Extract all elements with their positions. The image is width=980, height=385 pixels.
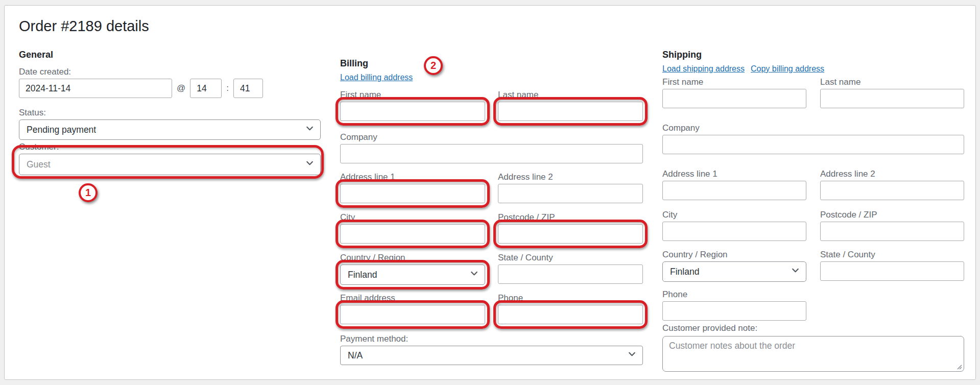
annotation-badge-1: 1 — [79, 183, 98, 202]
shipping-first-name-label: First name — [662, 77, 806, 87]
customer-select-value: Guest — [27, 159, 51, 170]
status-field: Status: Pending payment — [19, 108, 321, 140]
billing-first-name-label: First name — [340, 90, 485, 100]
status-select[interactable]: Pending payment — [19, 119, 321, 140]
date-created-field: Date created: @ : — [19, 67, 321, 98]
payment-method-label: Payment method: — [340, 334, 643, 344]
billing-phone-input[interactable] — [498, 305, 643, 324]
shipping-last-name-field: Last name — [820, 77, 964, 108]
shipping-state-label: State / County — [820, 250, 964, 260]
shipping-postcode-field: Postcode / ZIP — [820, 210, 964, 241]
shipping-address1-field: Address line 1 — [662, 169, 806, 200]
status-select-value: Pending payment — [27, 125, 96, 135]
shipping-address2-input[interactable] — [820, 181, 964, 200]
billing-links-row: Load billing address — [340, 73, 413, 82]
shipping-postcode-input[interactable] — [820, 222, 964, 241]
annotation-badge-1-number: 1 — [85, 187, 91, 199]
customer-note-field: Customer provided note: — [662, 323, 964, 372]
billing-last-name-input[interactable] — [498, 102, 643, 121]
order-details-panel: Order #2189 details General Date created… — [4, 5, 976, 380]
billing-postcode-label: Postcode / ZIP — [498, 212, 643, 223]
shipping-city-label: City — [662, 210, 806, 220]
shipping-address1-label: Address line 1 — [662, 169, 806, 179]
billing-phone-label: Phone — [498, 293, 643, 303]
copy-billing-address-link[interactable]: Copy billing address — [751, 64, 824, 74]
billing-email-input[interactable] — [340, 305, 485, 324]
shipping-company-field: Company — [662, 123, 964, 154]
shipping-country-label: Country / Region — [662, 250, 806, 260]
billing-address2-input[interactable] — [498, 184, 643, 203]
billing-country-field: Country / Region Finland — [340, 253, 485, 285]
chevron-down-icon — [791, 266, 800, 277]
date-created-label: Date created: — [19, 67, 321, 77]
billing-postcode-field: Postcode / ZIP — [498, 212, 643, 244]
shipping-city-field: City — [662, 210, 806, 241]
shipping-address1-input[interactable] — [662, 181, 806, 200]
shipping-country-select-value: Finland — [670, 267, 699, 277]
shipping-last-name-input[interactable] — [820, 89, 964, 108]
billing-address1-field: Address line 1 — [340, 172, 485, 203]
billing-email-label: Email address — [340, 293, 485, 303]
customer-label: Customer: — [19, 142, 321, 152]
billing-email-field: Email address — [340, 293, 485, 324]
billing-company-field: Company — [340, 132, 643, 163]
minute-input[interactable] — [233, 79, 263, 98]
load-shipping-address-link[interactable]: Load shipping address — [662, 64, 745, 74]
shipping-phone-input[interactable] — [662, 301, 806, 321]
billing-country-select-value: Finland — [348, 270, 377, 280]
shipping-section-heading: Shipping — [662, 50, 702, 60]
shipping-last-name-label: Last name — [820, 77, 964, 87]
shipping-phone-label: Phone — [662, 290, 806, 300]
load-billing-address-link[interactable]: Load billing address — [340, 73, 413, 82]
billing-last-name-label: Last name — [498, 90, 643, 100]
shipping-state-field: State / County — [820, 250, 964, 281]
shipping-city-input[interactable] — [662, 222, 806, 241]
shipping-first-name-input[interactable] — [662, 89, 806, 108]
payment-method-select-value: N/A — [348, 350, 363, 361]
shipping-phone-field: Phone — [662, 290, 806, 321]
time-colon-separator: : — [222, 83, 233, 93]
billing-first-name-input[interactable] — [340, 102, 485, 121]
shipping-company-label: Company — [662, 123, 964, 133]
status-label: Status: — [19, 108, 321, 118]
billing-city-input[interactable] — [340, 224, 485, 244]
page-title: Order #2189 details — [19, 17, 149, 35]
chevron-down-icon — [305, 124, 314, 135]
date-created-row: @ : — [19, 79, 321, 98]
customer-note-textarea[interactable] — [662, 336, 964, 372]
customer-field: Customer: Guest — [19, 142, 321, 175]
general-section-heading: General — [19, 50, 53, 60]
billing-section-heading: Billing — [340, 58, 368, 68]
billing-company-input[interactable] — [340, 144, 643, 163]
payment-method-field: Payment method: N/A — [340, 334, 643, 365]
shipping-state-input[interactable] — [820, 261, 964, 281]
billing-state-label: State / County — [498, 253, 643, 263]
billing-address1-input[interactable] — [340, 184, 485, 203]
billing-city-label: City — [340, 212, 485, 223]
billing-company-label: Company — [340, 132, 643, 142]
shipping-address2-field: Address line 2 — [820, 169, 964, 200]
date-created-input[interactable] — [19, 79, 172, 98]
date-at-separator: @ — [172, 83, 190, 93]
chevron-down-icon — [305, 159, 314, 170]
billing-address2-field: Address line 2 — [498, 172, 643, 203]
shipping-company-input[interactable] — [662, 135, 964, 154]
payment-method-select[interactable]: N/A — [340, 346, 643, 365]
billing-postcode-input[interactable] — [498, 224, 643, 244]
annotation-badge-2-number: 2 — [431, 60, 436, 71]
chevron-down-icon — [470, 269, 479, 280]
billing-country-select[interactable]: Finland — [340, 264, 485, 285]
billing-state-input[interactable] — [498, 264, 643, 284]
shipping-first-name-field: First name — [662, 77, 806, 108]
shipping-address2-label: Address line 2 — [820, 169, 964, 179]
billing-phone-field: Phone — [498, 293, 643, 324]
billing-country-label: Country / Region — [340, 253, 485, 263]
shipping-postcode-label: Postcode / ZIP — [820, 210, 964, 220]
billing-address2-label: Address line 2 — [498, 172, 643, 182]
hour-input[interactable] — [190, 79, 222, 98]
annotation-badge-2: 2 — [424, 56, 443, 75]
shipping-country-select[interactable]: Finland — [662, 261, 806, 282]
customer-select[interactable]: Guest — [19, 154, 321, 175]
chevron-down-icon — [628, 350, 636, 361]
shipping-country-field: Country / Region Finland — [662, 250, 806, 282]
